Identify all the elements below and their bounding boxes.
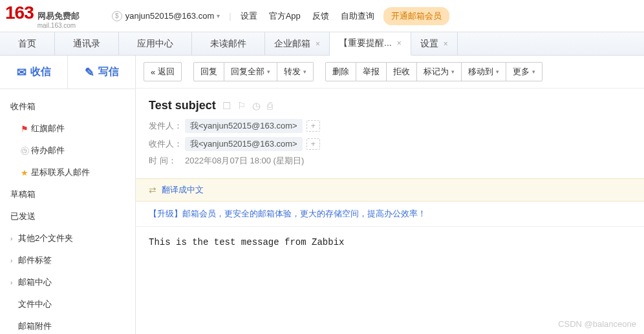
sidebar: ✉收信 ✎写信 收件箱 ⚑红旗邮件 ◷待办邮件 ★星标联系人邮件 草稿箱 已发送…: [0, 56, 136, 334]
pen-icon: ✎: [85, 65, 94, 79]
add-contact-button[interactable]: +: [306, 138, 320, 150]
message-toolbar: «返回 回复 回复全部▾ 转发▾ 删除 举报 拒收 标记为▾ 移动到▾ 更多▾: [136, 56, 644, 89]
mark-button[interactable]: 标记为▾: [417, 62, 462, 81]
to-label: 收件人：: [149, 138, 185, 150]
chevron-down-icon: ▾: [451, 68, 455, 75]
tab-contacts[interactable]: 通讯录: [55, 32, 119, 55]
time-label: 时 间：: [149, 155, 185, 167]
message-body: This is the test message from Zabbix: [136, 227, 644, 258]
folder-files[interactable]: 文件中心: [0, 293, 135, 315]
chevron-right-icon: ›: [10, 279, 18, 286]
more-button[interactable]: 更多▾: [506, 62, 542, 81]
receive-button[interactable]: ✉收信: [0, 56, 68, 89]
tab-message[interactable]: 【重要提醒...×: [330, 32, 411, 56]
star-icon: ★: [18, 168, 31, 178]
translate-icon: ⇄: [149, 185, 156, 195]
folder-drafts[interactable]: 草稿箱: [0, 183, 135, 205]
close-icon[interactable]: ×: [397, 39, 402, 48]
tab-enterprise[interactable]: 企业邮箱×: [265, 32, 330, 55]
close-icon[interactable]: ×: [444, 39, 448, 48]
reject-button[interactable]: 拒收: [387, 62, 417, 81]
reply-all-button[interactable]: 回复全部▾: [224, 62, 277, 81]
vip-button[interactable]: 开通邮箱会员: [383, 7, 449, 25]
chevron-down-icon: ▾: [532, 68, 535, 75]
message-time: 2022年08月07日 18:00 (星期日): [185, 155, 304, 167]
translate-link[interactable]: 翻译成中文: [162, 184, 204, 196]
chevron-down-icon: ▾: [496, 68, 499, 75]
message-header: Test subject ☐ ⚐ ◷ ⎙ 发件人： 我<yanjun52015@…: [136, 89, 644, 178]
chevron-right-icon: ›: [10, 235, 18, 242]
folder-sent[interactable]: 已发送: [0, 205, 135, 227]
header-link-app[interactable]: 官方App: [269, 10, 301, 22]
logo[interactable]: 163 网易免费邮 mail.163.com: [5, 3, 80, 29]
separator: |: [229, 11, 231, 21]
move-button[interactable]: 移动到▾: [462, 62, 506, 81]
folder-other[interactable]: ›其他2个文件夹: [0, 227, 135, 249]
header-link-selfhelp[interactable]: 自助查询: [341, 10, 374, 22]
tab-bar: 首页 通讯录 应用中心 未读邮件 企业邮箱× 【重要提醒...× 设置×: [0, 32, 644, 56]
tab-apps[interactable]: 应用中心: [119, 32, 192, 55]
tab-settings[interactable]: 设置×: [411, 32, 458, 55]
message-subject: Test subject: [149, 99, 216, 112]
user-email-dropdown[interactable]: $ yanjun52015@163.com ▾: [112, 11, 220, 21]
from-chip[interactable]: 我<yanjun52015@163.com>: [185, 119, 303, 133]
clock-icon[interactable]: ◷: [252, 100, 261, 112]
folder-tags[interactable]: ›邮件标签: [0, 249, 135, 271]
header-link-feedback[interactable]: 反馈: [312, 10, 329, 22]
compose-button[interactable]: ✎写信: [68, 56, 135, 89]
inbox-icon: ✉: [17, 65, 27, 79]
header-link-settings[interactable]: 设置: [241, 10, 257, 22]
folder-attach[interactable]: 邮箱附件: [0, 315, 135, 334]
from-label: 发件人：: [149, 120, 185, 132]
chevron-right-icon: ›: [10, 257, 18, 264]
flag-outline-icon[interactable]: ⚐: [237, 100, 246, 112]
flag-icon: ⚑: [18, 124, 31, 134]
add-contact-button[interactable]: +: [306, 120, 320, 132]
chevron-down-icon: ▾: [267, 68, 270, 75]
logo-cn: 网易免费邮: [38, 10, 80, 22]
coin-icon: $: [112, 11, 122, 21]
tab-home[interactable]: 首页: [0, 32, 55, 55]
folder-todo[interactable]: ◷待办邮件: [0, 140, 135, 162]
folder-center[interactable]: ›邮箱中心: [0, 271, 135, 293]
page-header: 163 网易免费邮 mail.163.com $ yanjun52015@163…: [0, 0, 644, 32]
user-email-text: yanjun52015@163.com: [125, 11, 215, 21]
translate-bar: ⇄ 翻译成中文: [136, 178, 644, 202]
delete-button[interactable]: 删除: [325, 62, 356, 81]
tab-unread[interactable]: 未读邮件: [192, 32, 265, 55]
folder-inbox[interactable]: 收件箱: [0, 96, 135, 118]
logo-number: 163: [5, 3, 34, 23]
folder-starred[interactable]: ★星标联系人邮件: [0, 162, 135, 183]
close-icon[interactable]: ×: [316, 39, 320, 48]
folder-flagged[interactable]: ⚑红旗邮件: [0, 118, 135, 140]
chevron-down-icon: ▾: [303, 68, 306, 75]
print-icon[interactable]: ⎙: [267, 100, 273, 111]
logo-en: mail.163.com: [38, 22, 80, 29]
bookmark-icon[interactable]: ☐: [222, 100, 231, 112]
clock-icon: ◷: [18, 147, 31, 155]
promo-link[interactable]: 【升级】邮箱会员，更安全的邮箱体验，更大的存储空间，提高办公效率！: [136, 202, 644, 227]
forward-button[interactable]: 转发▾: [277, 62, 314, 81]
chevron-down-icon: ▾: [217, 12, 220, 19]
to-chip[interactable]: 我<yanjun52015@163.com>: [185, 137, 303, 151]
report-button[interactable]: 举报: [356, 62, 387, 81]
message-content: «返回 回复 回复全部▾ 转发▾ 删除 举报 拒收 标记为▾ 移动到▾ 更多▾ …: [136, 56, 644, 334]
reply-button[interactable]: 回复: [193, 62, 224, 81]
back-button[interactable]: «返回: [144, 62, 182, 81]
back-icon: «: [151, 67, 155, 77]
